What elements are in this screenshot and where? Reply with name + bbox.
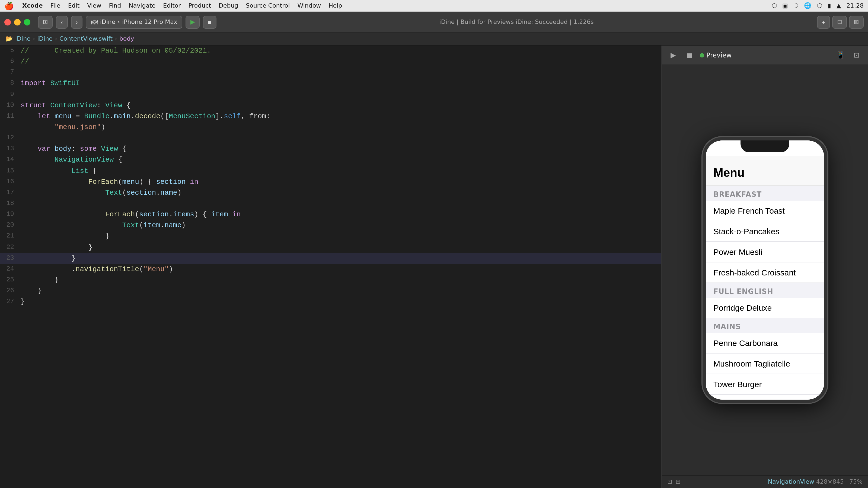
breadcrumb-folder[interactable]: iDine	[37, 35, 53, 42]
ios-section-header: Full English	[706, 283, 824, 298]
menu-editor[interactable]: Editor	[163, 2, 181, 9]
moon-icon[interactable]: ☽	[794, 2, 799, 9]
code-line-7: 7	[0, 67, 661, 78]
forward-button[interactable]: ›	[71, 15, 83, 29]
stop-button[interactable]: ■	[203, 15, 216, 29]
scheme-sep: ›	[118, 19, 120, 26]
code-line-11b: "menu.json")	[0, 122, 661, 133]
menu-view[interactable]: View	[87, 2, 101, 9]
component-name: NavigationView 428×845	[768, 478, 844, 485]
code-line-25: 25 }	[0, 275, 661, 286]
code-line-23: 23 }	[0, 253, 661, 264]
ios-nav-title: Menu	[713, 166, 745, 180]
ios-list-row[interactable]: Maple French Toast	[706, 201, 824, 221]
preview-label: Preview	[700, 51, 732, 59]
menu-navigate[interactable]: Navigate	[129, 2, 156, 9]
nav-icon: ⊡	[667, 478, 672, 485]
apple-menu[interactable]: 🍎	[4, 1, 13, 10]
preview-panel: ▶ ◼ Preview 📱 ⊡ Menu	[662, 45, 868, 488]
breadcrumb-icon: 📂	[5, 35, 13, 42]
inspectors-toggle[interactable]: ⊞	[675, 478, 680, 485]
menubar-right: ⬡ ▣ ☽ 🌐 ⬡ ▮ ▲ 21:28	[772, 2, 864, 9]
scheme-name: iDine	[100, 19, 116, 26]
ios-list-row[interactable]: Porridge Deluxe	[706, 298, 824, 318]
dropbox-icon[interactable]: ⬡	[772, 2, 777, 9]
main-content: 5 // Created by Paul Hudson on 05/02/202…	[0, 45, 868, 488]
code-line-5: 5 // Created by Paul Hudson on 05/02/202…	[0, 45, 661, 56]
phone-mockup: Menu BreakfastMaple French ToastStack-o-…	[703, 137, 827, 403]
code-line-21: 21 }	[0, 231, 661, 242]
code-line-17: 17 Text(section.name)	[0, 188, 661, 198]
preview-stop-button[interactable]: ◼	[684, 49, 695, 61]
code-line-15: 15 List {	[0, 166, 661, 176]
code-line-22: 22 }	[0, 242, 661, 253]
device-name: iPhone 12 Pro Max	[122, 19, 177, 26]
close-button[interactable]	[4, 19, 11, 25]
code-line-20: 20 Text(item.name)	[0, 220, 661, 231]
breadcrumb-file[interactable]: ContentView.swift	[59, 35, 113, 42]
clock-icon[interactable]: 21:28	[846, 2, 864, 9]
menu-product[interactable]: Product	[188, 2, 211, 9]
code-line-6: 6 //	[0, 56, 661, 67]
menu-help[interactable]: Help	[329, 2, 342, 9]
ios-list-row[interactable]: Tower Burger	[706, 374, 824, 395]
code-line-13: 13 var body: some View {	[0, 144, 661, 155]
globe-icon[interactable]: 🌐	[804, 2, 812, 9]
scheme-selector[interactable]: 🍽 iDine › iPhone 12 Pro Max	[86, 15, 182, 29]
breadcrumb-symbol[interactable]: body	[119, 35, 134, 42]
screen-icon[interactable]: ▣	[782, 2, 788, 9]
ios-section-header: Breakfast	[706, 186, 824, 201]
run-button[interactable]: ▶	[186, 15, 199, 29]
phone-area: Menu BreakfastMaple French ToastStack-o-…	[662, 65, 868, 475]
menu-xcode[interactable]: Xcode	[22, 2, 43, 9]
xcode-toolbar: ⊞ ‹ › 🍽 iDine › iPhone 12 Pro Max ▶ ■ iD…	[0, 12, 868, 33]
code-line-16: 16 ForEach(menu) { section in	[0, 176, 661, 187]
code-line-24: 24 .navigationTitle("Menu")	[0, 264, 661, 275]
ios-list[interactable]: BreakfastMaple French ToastStack-o-Panca…	[706, 186, 824, 400]
menu-source-control[interactable]: Source Control	[246, 2, 290, 9]
bluetooth-icon[interactable]: ⬡	[817, 2, 822, 9]
preview-status-dot	[700, 53, 704, 57]
wifi-icon[interactable]: ▲	[837, 2, 841, 9]
preview-text: Preview	[706, 51, 732, 59]
app-icon-small: 🍽	[91, 18, 98, 26]
ios-list-row[interactable]: Stack-o-Pancakes	[706, 221, 824, 242]
preview-play-button[interactable]: ▶	[667, 49, 679, 61]
status-bottom-right: NavigationView 428×845 75%	[768, 478, 863, 485]
battery-icon[interactable]: ▮	[828, 2, 831, 9]
add-button[interactable]: +	[817, 15, 830, 29]
preview-fullscreen-button[interactable]: ⊡	[850, 49, 863, 61]
phone-notch	[741, 140, 789, 152]
preview-toolbar: ▶ ◼ Preview 📱 ⊡	[662, 45, 868, 65]
navigator-toggle-button[interactable]: ⊞	[38, 15, 53, 29]
ios-list-row[interactable]: Penne Carbonara	[706, 333, 824, 354]
code-line-26: 26 }	[0, 286, 661, 297]
code-editor[interactable]: 5 // Created by Paul Hudson on 05/02/202…	[0, 45, 661, 488]
minimize-button[interactable]	[14, 19, 21, 25]
breadcrumb-project[interactable]: iDine	[15, 35, 31, 42]
inspector-toggle[interactable]: ⊠	[849, 15, 864, 29]
menu-find[interactable]: Find	[109, 2, 121, 9]
ios-list-row[interactable]: Thai Red Curry	[706, 395, 824, 400]
back-button[interactable]: ‹	[56, 15, 67, 29]
phone-screen: Menu BreakfastMaple French ToastStack-o-…	[706, 140, 824, 400]
ios-list-row[interactable]: Fresh-baked Croissant	[706, 262, 824, 283]
menu-window[interactable]: Window	[297, 2, 321, 9]
maximize-button[interactable]	[24, 19, 30, 25]
menu-debug[interactable]: Debug	[219, 2, 238, 9]
menu-edit[interactable]: Edit	[68, 2, 80, 9]
code-line-8: 8 import SwiftUI	[0, 78, 661, 89]
code-line-14: 14 NavigationView {	[0, 155, 661, 166]
ios-list-row[interactable]: Mushroom Tagliatelle	[706, 354, 824, 374]
zoom-level: 75%	[849, 478, 863, 485]
code-line-9: 9	[0, 89, 661, 100]
toolbar-right: + ⊟ ⊠	[817, 15, 864, 29]
code-line-12: 12	[0, 133, 661, 144]
play-icon: ▶	[190, 19, 195, 26]
layout-toggle[interactable]: ⊟	[832, 15, 847, 29]
device-preview-button[interactable]: 📱	[834, 49, 846, 61]
code-line-11: 11 let menu = Bundle.main.decode([MenuSe…	[0, 111, 661, 122]
ios-section-header: Mains	[706, 318, 824, 333]
ios-list-row[interactable]: Power Muesli	[706, 242, 824, 262]
menu-file[interactable]: File	[51, 2, 61, 9]
